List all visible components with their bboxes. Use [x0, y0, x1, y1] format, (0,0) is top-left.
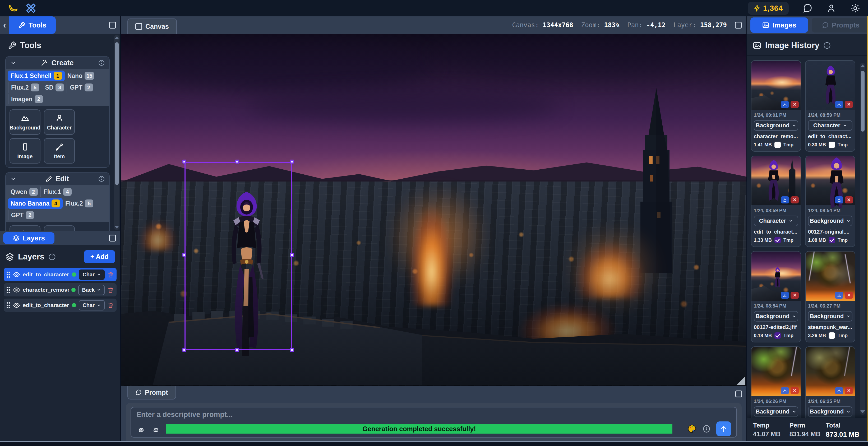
tab-layers[interactable]: Layers: [3, 232, 55, 244]
model-tab-qwen[interactable]: Qwen2: [8, 187, 40, 197]
user-icon[interactable]: [826, 3, 836, 13]
delete-image-button[interactable]: ✕: [845, 101, 853, 108]
scrollbar-thumb[interactable]: [115, 42, 119, 185]
tab-prompts[interactable]: Prompts: [812, 18, 868, 32]
submit-prompt-button[interactable]: [716, 421, 731, 436]
delete-image-button[interactable]: ✕: [845, 196, 853, 203]
layer-row[interactable]: character_remove... Back: [4, 283, 117, 296]
tmp-checkbox[interactable]: [829, 141, 835, 148]
visibility-eye-icon[interactable]: [13, 271, 20, 278]
delete-image-button[interactable]: ✕: [845, 387, 853, 394]
upload-prompt-icon[interactable]: [136, 424, 146, 434]
model-tab-gpt[interactable]: GPT2: [8, 210, 37, 220]
scroll-down-arrow[interactable]: [860, 410, 865, 413]
info-icon[interactable]: [98, 59, 105, 66]
thumb-character-city[interactable]: ✕: [751, 156, 801, 205]
download-image-button[interactable]: [835, 196, 843, 203]
tmp-checkbox[interactable]: [774, 237, 781, 243]
layer-type-dropdown[interactable]: Char: [79, 300, 105, 311]
delete-image-button[interactable]: ✕: [845, 292, 853, 299]
layer-row[interactable]: edit_to_character_... Char: [4, 268, 117, 281]
history-card[interactable]: ✕ 1/24, 06:27 PM Background steampunk_wa…: [805, 251, 855, 343]
selection-handle[interactable]: [290, 160, 294, 164]
editor-tools-logo-icon[interactable]: [25, 3, 36, 14]
image-type-dropdown[interactable]: Character: [808, 120, 852, 131]
tmp-checkbox[interactable]: [774, 141, 781, 148]
download-image-button[interactable]: [835, 101, 843, 108]
download-image-button[interactable]: [781, 101, 789, 108]
selection-handle[interactable]: [290, 253, 294, 257]
selection-handle[interactable]: [182, 160, 186, 164]
info-icon[interactable]: [48, 253, 56, 261]
tmp-checkbox[interactable]: [829, 237, 835, 243]
download-image-button[interactable]: [781, 196, 789, 203]
image-type-dropdown[interactable]: Background: [754, 120, 798, 131]
model-tab-flux1[interactable]: Flux.14: [40, 187, 74, 197]
download-image-button[interactable]: [835, 292, 843, 299]
model-tab-flux2[interactable]: Flux.25: [8, 82, 42, 93]
selection-handle[interactable]: [290, 348, 294, 352]
collapse-left-panel-button[interactable]: ‹: [0, 20, 9, 30]
tab-canvas[interactable]: Canvas: [127, 19, 177, 34]
selection-handle[interactable]: [235, 348, 239, 352]
thumb-city-figure[interactable]: ✕: [751, 252, 801, 301]
delete-layer-icon[interactable]: [107, 302, 114, 309]
history-card[interactable]: ✕ 1/24, 09:01 PM Background character_re…: [751, 60, 801, 152]
settings-gear-icon[interactable]: [850, 3, 861, 13]
delete-image-button[interactable]: ✕: [790, 387, 799, 394]
create-background-button[interactable]: Background: [9, 109, 40, 135]
tab-images[interactable]: Images: [750, 18, 808, 33]
history-card[interactable]: ✕ 1/24, 06:25 PM Background: [805, 346, 855, 418]
scrollbar-thumb[interactable]: [861, 71, 865, 132]
layer-type-dropdown[interactable]: Back: [78, 285, 105, 295]
scroll-down-arrow[interactable]: [115, 226, 119, 228]
edit-button[interactable]: Edit: [9, 225, 40, 231]
create-image-button[interactable]: Image: [9, 138, 40, 164]
history-card[interactable]: ✕ 1/24, 08:54 PM Background 00127-edited…: [751, 251, 801, 343]
scroll-up-arrow[interactable]: [115, 36, 119, 39]
selection-box[interactable]: [185, 162, 292, 350]
visibility-eye-icon[interactable]: [13, 302, 20, 309]
scroll-up-arrow[interactable]: [860, 64, 865, 67]
combine-button[interactable]: Combine: [44, 225, 75, 231]
tools-scrollbar[interactable]: [114, 35, 120, 230]
canvas-viewport[interactable]: [121, 34, 746, 386]
selection-handle[interactable]: [235, 160, 239, 164]
thumb-steampunk-green[interactable]: ✕: [751, 347, 801, 396]
add-layer-button[interactable]: + Add: [84, 250, 115, 263]
layer-row[interactable]: edit_to_character_... Char: [4, 298, 117, 312]
thumb-character-city-close[interactable]: ✕: [806, 156, 855, 205]
download-image-button[interactable]: [781, 387, 789, 394]
chat-icon[interactable]: [802, 3, 812, 13]
layer-type-dropdown[interactable]: Char: [79, 269, 105, 280]
download-prompt-icon[interactable]: [151, 424, 161, 434]
download-image-button[interactable]: [781, 292, 789, 299]
model-tab-nano[interactable]: Nano15: [65, 70, 97, 81]
image-type-dropdown[interactable]: Background: [754, 406, 798, 417]
model-tab-sd[interactable]: SD3: [42, 82, 67, 93]
thumb-city-sunset[interactable]: ✕: [751, 61, 801, 110]
drag-handle-icon[interactable]: [6, 271, 10, 278]
thumb-character-cutout[interactable]: ✕: [806, 61, 855, 110]
tmp-checkbox[interactable]: [774, 332, 781, 339]
banana-logo-icon[interactable]: [7, 3, 19, 14]
delete-layer-icon[interactable]: [107, 272, 114, 278]
maximize-tools-panel-button[interactable]: [109, 22, 116, 29]
drag-handle-icon[interactable]: [6, 302, 10, 309]
delete-layer-icon[interactable]: [107, 287, 114, 293]
drag-handle-icon[interactable]: [6, 286, 10, 293]
delete-image-button[interactable]: ✕: [790, 101, 799, 108]
create-section-header[interactable]: Create: [6, 57, 109, 69]
create-character-button[interactable]: Character: [44, 109, 75, 135]
maximize-canvas-button[interactable]: [735, 22, 742, 29]
image-type-dropdown[interactable]: Background: [808, 311, 852, 322]
model-tab-flux1-schnell[interactable]: Flux.1 Schnell1: [8, 70, 65, 81]
thumb-steampunk-machine[interactable]: ✕: [806, 252, 855, 301]
history-scrollbar[interactable]: [860, 63, 865, 415]
prompt-input[interactable]: Enter a descriptive prompt... Generation…: [130, 407, 737, 438]
model-tab-gpt[interactable]: GPT2: [67, 82, 95, 93]
create-item-button[interactable]: Item: [44, 138, 75, 164]
maximize-layers-panel-button[interactable]: [109, 235, 116, 242]
canvas-resize-handle[interactable]: [737, 377, 745, 385]
delete-image-button[interactable]: ✕: [790, 196, 799, 203]
